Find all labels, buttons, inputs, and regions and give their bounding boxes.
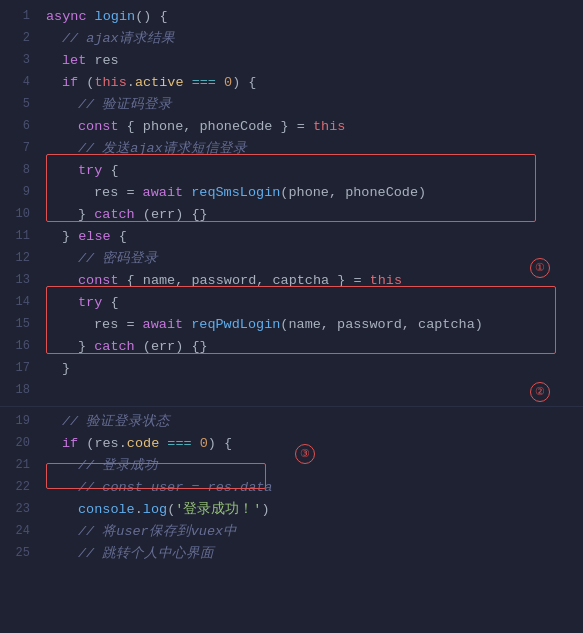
code-line-21: 21 // 登录成功	[0, 455, 583, 477]
code-line-7: 7 // 发送ajax请求短信登录	[0, 138, 583, 160]
code-line-19: 19 // 验证登录状态	[0, 411, 583, 433]
code-line-1: 1 async login() {	[0, 6, 583, 28]
code-line-8: 8 try {	[0, 160, 583, 182]
code-line-23: 23 console.log('登录成功！')	[0, 499, 583, 521]
code-line-18: 18	[0, 380, 583, 402]
code-line-10: 10 } catch (err) {}	[0, 204, 583, 226]
code-line-14: 14 try {	[0, 292, 583, 314]
code-line-4: 4 if (this.active === 0) {	[0, 72, 583, 94]
code-line-22: 22 // const user = res.data	[0, 477, 583, 499]
annotation-circle-2: ②	[530, 382, 550, 402]
code-line-25: 25 // 跳转个人中心界面	[0, 543, 583, 565]
section-divider	[0, 406, 583, 407]
code-line-3: 3 let res	[0, 50, 583, 72]
code-line-5: 5 // 验证码登录	[0, 94, 583, 116]
code-line-2: 2 // ajax请求结果	[0, 28, 583, 50]
code-line-16: 16 } catch (err) {}	[0, 336, 583, 358]
code-line-11: 11 } else {	[0, 226, 583, 248]
code-line-13: 13 const { name, password, captcha } = t…	[0, 270, 583, 292]
code-line-20: 20 if (res.code === 0) {	[0, 433, 583, 455]
code-line-12: 12 // 密码登录	[0, 248, 583, 270]
code-line-6: 6 const { phone, phoneCode } = this	[0, 116, 583, 138]
code-line-17: 17 }	[0, 358, 583, 380]
annotation-circle-1: ①	[530, 258, 550, 278]
annotation-circle-3: ③	[295, 444, 315, 464]
code-editor: 1 async login() { 2 // ajax请求结果 3 let re…	[0, 0, 583, 633]
code-line-9: 9 res = await reqSmsLogin(phone, phoneCo…	[0, 182, 583, 204]
code-line-15: 15 res = await reqPwdLogin(name, passwor…	[0, 314, 583, 336]
code-line-24: 24 // 将user保存到vuex中	[0, 521, 583, 543]
